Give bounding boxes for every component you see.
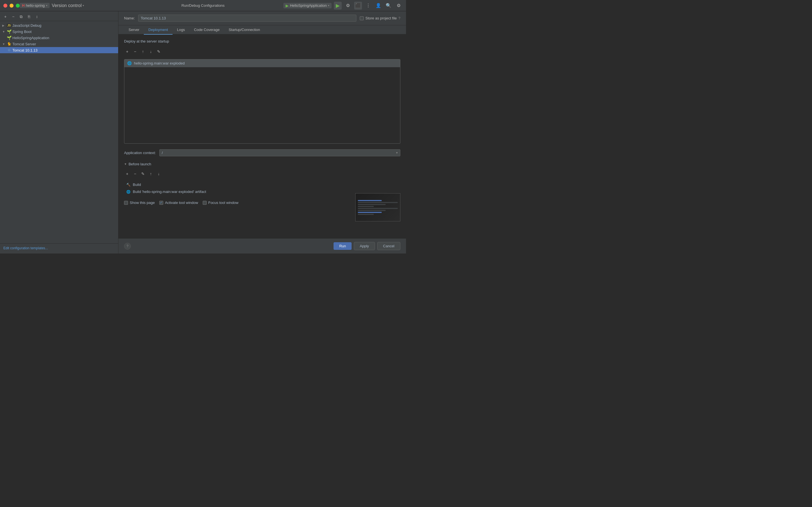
- tab-startup-connection[interactable]: Startup/Connection: [224, 25, 264, 35]
- activate-tool-window-option[interactable]: Activate tool window: [159, 201, 198, 205]
- js-debug-label: JavaScript Debug: [12, 23, 42, 27]
- store-as-project-label: Store as project file ?: [360, 16, 400, 20]
- version-control-button[interactable]: Version control ▾: [50, 2, 87, 10]
- expand-icon: ▶: [2, 24, 6, 27]
- more-options-icon[interactable]: ⋮: [364, 2, 372, 10]
- sidebar-item-js-debug[interactable]: ▶ JS JavaScript Debug: [0, 22, 118, 29]
- copy-config-button[interactable]: ⧉: [18, 13, 24, 20]
- deploy-down-button[interactable]: ↓: [148, 48, 154, 55]
- tab-server[interactable]: Server: [124, 25, 144, 35]
- preview-line-1: [358, 200, 382, 201]
- remove-config-button[interactable]: −: [10, 13, 16, 20]
- run-icon: ▶: [286, 3, 289, 8]
- deploy-remove-button[interactable]: −: [132, 48, 138, 55]
- sidebar-item-tomcat-server[interactable]: ▼ 🐈 Tomcat Server: [0, 41, 118, 47]
- bl-up-button[interactable]: ↑: [148, 171, 154, 177]
- artifact-icon: 🌐: [126, 190, 131, 194]
- deploy-section-label: Deploy at the server startup: [124, 39, 400, 43]
- show-this-page-label: Show this page: [130, 201, 155, 205]
- gear-icon[interactable]: ⚙: [395, 2, 403, 10]
- store-help-icon[interactable]: ?: [398, 16, 400, 20]
- bl-item-build[interactable]: 🔨 Build: [124, 181, 400, 188]
- edit-templates-link[interactable]: Edit configuration templates...: [3, 246, 48, 250]
- paste-config-button[interactable]: ⎘: [26, 13, 32, 20]
- run-button[interactable]: Run: [334, 242, 352, 250]
- app-context-input[interactable]: [162, 151, 396, 155]
- bl-artifact-label: Build 'hello-spring.main:war exploded' a…: [133, 189, 206, 194]
- store-as-project-text: Store as project file: [365, 16, 397, 20]
- minimize-button[interactable]: [10, 4, 13, 8]
- deploy-list-item[interactable]: 🌐 hello-spring.main:war exploded: [124, 59, 400, 67]
- sidebar: + − ⧉ ⎘ ↕ ▶ JS JavaScript Debug ▼ 🌱 Spri…: [0, 11, 118, 253]
- sidebar-item-hello-spring[interactable]: 🌱 HelloSpringApplication: [0, 35, 118, 41]
- cancel-button[interactable]: Cancel: [377, 242, 400, 250]
- sidebar-toolbar: + − ⧉ ⎘ ↕: [0, 12, 118, 21]
- run-config-name: HelloSpringApplication: [290, 3, 327, 8]
- before-launch-header[interactable]: ▼ Before launch: [124, 162, 400, 166]
- expand-icon: ▼: [2, 30, 6, 33]
- preview-lines: [358, 200, 398, 215]
- focus-tool-window-label: Focus tool window: [208, 201, 239, 205]
- sidebar-item-tomcat-1013[interactable]: ⚙ Tomcat 10.1.13: [0, 47, 118, 53]
- main-layout: + − ⧉ ⎘ ↕ ▶ JS JavaScript Debug ▼ 🌱 Spri…: [0, 11, 406, 253]
- focus-tool-window-checkbox[interactable]: [203, 201, 207, 205]
- spring-app-icon: 🌱: [7, 36, 11, 40]
- sidebar-tree: ▶ JS JavaScript Debug ▼ 🌱 Spring Boot 🌱 …: [0, 21, 118, 243]
- app-context-dropdown-icon[interactable]: ▾: [396, 151, 398, 155]
- name-input[interactable]: [138, 15, 356, 22]
- tab-code-coverage[interactable]: Code Coverage: [190, 25, 224, 35]
- app-context-label: Application context:: [124, 151, 156, 155]
- bl-add-button[interactable]: +: [124, 171, 130, 177]
- show-this-page-checkbox[interactable]: [124, 201, 128, 205]
- tomcat-config-icon: ⚙: [7, 48, 11, 52]
- traffic-lights: [3, 4, 20, 8]
- expand-icon: ▼: [2, 43, 6, 46]
- preview-inner: [356, 193, 400, 221]
- deploy-toolbar: + − ↑ ↓ ✎: [124, 48, 400, 55]
- deploy-edit-button[interactable]: ✎: [156, 48, 162, 55]
- tab-logs[interactable]: Logs: [172, 25, 190, 35]
- sidebar-item-spring-boot[interactable]: ▼ 🌱 Spring Boot: [0, 29, 118, 35]
- bl-edit-button[interactable]: ✎: [140, 171, 146, 177]
- bl-build-label: Build: [133, 182, 141, 187]
- settings-icon[interactable]: ⚙: [344, 2, 352, 10]
- window-title: Run/Debug Configurations: [181, 3, 224, 8]
- layout-button[interactable]: ⬛: [354, 2, 362, 10]
- activate-tool-window-checkbox[interactable]: [159, 201, 163, 205]
- search-icon[interactable]: 🔍: [385, 2, 393, 10]
- run-button[interactable]: ▶: [334, 2, 342, 10]
- name-row: Name: Store as project file ?: [118, 11, 406, 25]
- before-launch-label: Before launch: [129, 162, 151, 166]
- spring-boot-icon: 🌱: [7, 29, 11, 34]
- bl-remove-button[interactable]: −: [132, 171, 138, 177]
- preview-line-6: [358, 210, 386, 211]
- show-this-page-option[interactable]: Show this page: [124, 201, 155, 205]
- preview-thumbnail: [355, 193, 400, 221]
- bl-down-button[interactable]: ↓: [156, 171, 162, 177]
- app-name-badge[interactable]: H hello-spring ▾: [20, 3, 50, 8]
- hello-spring-label: HelloSpringApplication: [12, 36, 49, 40]
- preview-line-8: [358, 214, 374, 215]
- focus-tool-window-option[interactable]: Focus tool window: [203, 201, 239, 205]
- deploy-up-button[interactable]: ↑: [140, 48, 146, 55]
- close-button[interactable]: [3, 4, 7, 8]
- apply-button[interactable]: Apply: [354, 242, 375, 250]
- dialog-footer: ? Run Apply Cancel: [118, 238, 406, 253]
- version-control-chevron-icon: ▾: [83, 4, 84, 7]
- tabs-bar: Server Deployment Logs Code Coverage Sta…: [118, 25, 406, 35]
- maximize-button[interactable]: [16, 4, 20, 8]
- deploy-add-button[interactable]: +: [124, 48, 130, 55]
- tomcat-server-icon: 🐈: [7, 42, 11, 46]
- help-button[interactable]: ?: [124, 243, 131, 249]
- sort-config-button[interactable]: ↕: [34, 13, 40, 20]
- run-config-chevron-icon: ▾: [328, 4, 329, 7]
- add-config-button[interactable]: +: [2, 13, 8, 20]
- users-icon[interactable]: 👤: [374, 2, 382, 10]
- preview-line-7: [358, 212, 382, 213]
- run-config-badge[interactable]: ▶ HelloSpringApplication ▾: [283, 3, 332, 8]
- app-context-input-wrap[interactable]: ▾: [159, 149, 400, 156]
- tab-deployment[interactable]: Deployment: [144, 25, 172, 35]
- app-context-row: Application context: ▾: [124, 149, 400, 156]
- store-as-project-checkbox[interactable]: [360, 16, 364, 20]
- tab-content-deployment: Deploy at the server startup + − ↑ ↓ ✎ 🌐…: [118, 35, 406, 238]
